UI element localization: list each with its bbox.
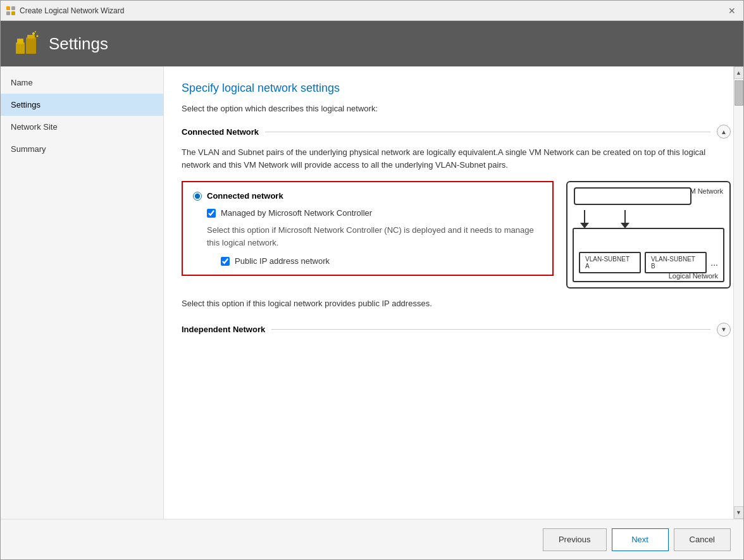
header-banner: Settings xyxy=(1,21,743,66)
connected-network-description: The VLAN and Subnet pairs of the underly… xyxy=(182,146,731,171)
connected-network-title: Connected Network xyxy=(182,127,259,137)
public-ip-description: Select this option if this logical netwo… xyxy=(182,297,731,310)
arrow-body-right xyxy=(624,210,626,223)
diagram-arrow-left xyxy=(580,210,589,228)
managed-by-nc-checkbox-option: Managed by Microsoft Network Controller xyxy=(207,208,542,218)
vlan-subnet-b-box: VLAN-SUBNET B xyxy=(645,252,707,273)
vm-network-box xyxy=(574,187,691,205)
diagram-arrows xyxy=(580,210,629,228)
connected-network-collapse-button[interactable]: ▲ xyxy=(717,125,731,139)
scrollbar-up-button[interactable]: ▲ xyxy=(734,66,744,79)
vlan-subnet-a-box: VLAN-SUBNET A xyxy=(579,252,641,273)
wizard-window: Create Logical Network Wizard ✕ Settings… xyxy=(0,0,744,560)
connected-network-radio-label: Connected network xyxy=(207,191,283,201)
scrollbar-down-button[interactable]: ▼ xyxy=(734,506,744,519)
window-title: Create Logical Network Wizard xyxy=(20,6,124,15)
managed-by-nc-label: Managed by Microsoft Network Controller xyxy=(221,208,372,218)
svg-rect-1 xyxy=(11,6,15,10)
svg-rect-3 xyxy=(11,11,15,15)
svg-rect-7 xyxy=(27,35,35,39)
close-button[interactable]: ✕ xyxy=(726,4,738,17)
network-diagram: VM Network xyxy=(566,181,731,289)
public-ip-checkbox[interactable] xyxy=(221,257,230,266)
main-content: Name Settings Network Site Summary Speci… xyxy=(1,66,743,519)
footer: Previous Next Cancel xyxy=(1,519,743,559)
sidebar-item-summary[interactable]: Summary xyxy=(1,138,163,160)
independent-network-expand-button[interactable]: ▼ xyxy=(717,323,731,337)
window-icon xyxy=(6,6,16,16)
svg-rect-4 xyxy=(16,42,25,54)
sidebar: Name Settings Network Site Summary xyxy=(1,66,164,519)
managed-by-nc-checkbox[interactable] xyxy=(207,209,216,218)
svg-rect-5 xyxy=(17,39,23,44)
svg-rect-0 xyxy=(6,6,10,10)
svg-point-10 xyxy=(35,31,36,32)
logical-network-box: Logical Network VLAN-SUBNET A VLAN-SUBNE… xyxy=(573,228,724,282)
sidebar-item-settings[interactable]: Settings xyxy=(1,94,163,116)
options-box: Connected network Managed by Microsoft N… xyxy=(182,181,554,276)
section-divider xyxy=(265,132,710,132)
svg-point-9 xyxy=(37,35,39,37)
nc-description: Select this option if Microsoft Network … xyxy=(207,224,542,249)
connected-network-radio[interactable] xyxy=(193,192,202,201)
header-icon xyxy=(13,31,39,56)
public-ip-label: Public IP address network xyxy=(235,256,330,266)
title-bar-left: Create Logical Network Wizard xyxy=(6,6,124,16)
svg-rect-2 xyxy=(6,11,10,15)
connected-network-radio-option: Connected network xyxy=(193,191,542,201)
diagram-ellipsis: ... xyxy=(710,258,718,268)
title-bar: Create Logical Network Wizard ✕ xyxy=(1,1,743,21)
diagram-arrow-right xyxy=(621,210,629,228)
scrollbar-track: ▲ ▼ xyxy=(733,66,743,519)
header-title: Settings xyxy=(49,34,108,54)
svg-point-8 xyxy=(32,32,35,35)
page-subtitle: Select the option which describes this l… xyxy=(182,104,731,113)
options-diagram-row: Connected network Managed by Microsoft N… xyxy=(182,181,731,289)
content-area: Specify logical network settings Select … xyxy=(164,66,743,519)
scrollable-content: Specify logical network settings Select … xyxy=(164,66,743,519)
public-ip-checkbox-option: Public IP address network xyxy=(221,256,542,266)
scrollbar-thumb[interactable] xyxy=(735,80,743,106)
diagram-bottom-boxes: VLAN-SUBNET A VLAN-SUBNET B ... xyxy=(579,252,718,273)
page-title: Specify logical network settings xyxy=(182,82,731,95)
arrow-body-left xyxy=(584,210,585,223)
connected-network-header: Connected Network ▲ xyxy=(182,125,731,139)
independent-section-divider xyxy=(271,329,710,330)
cancel-button[interactable]: Cancel xyxy=(674,528,731,551)
independent-network-header: Independent Network ▼ xyxy=(182,323,731,337)
sidebar-item-network-site[interactable]: Network Site xyxy=(1,116,163,138)
next-button[interactable]: Next xyxy=(612,528,669,551)
independent-network-title: Independent Network xyxy=(182,325,265,334)
svg-rect-6 xyxy=(26,37,36,54)
sidebar-item-name[interactable]: Name xyxy=(1,72,163,94)
previous-button[interactable]: Previous xyxy=(543,528,607,551)
